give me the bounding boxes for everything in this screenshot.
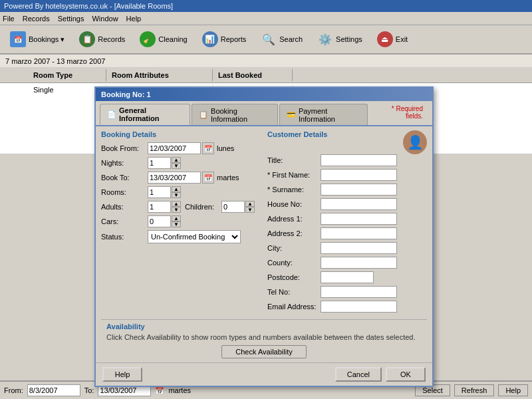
cust-county-label: County: (267, 259, 321, 267)
search-button[interactable]: 🔍 Search (255, 29, 309, 50)
tab-booking-label: Booking Information (211, 107, 271, 123)
cleaning-button[interactable]: 🧹 Cleaning (134, 29, 193, 50)
help-status-button[interactable]: Help (498, 384, 528, 396)
records-label: Records (98, 35, 125, 43)
availability-title: Availability (106, 323, 422, 331)
cust-tel-input[interactable] (321, 286, 397, 298)
menu-window[interactable]: Window (92, 15, 118, 23)
status-select[interactable]: Un-Confirmed Booking Confirmed Booking C… (148, 230, 241, 243)
book-from-row: Book From: 📅 lunes (101, 142, 261, 154)
cust-addr1-row: Address 1: (267, 213, 427, 225)
rooms-down[interactable]: ▼ (172, 192, 181, 198)
nights-down[interactable]: ▼ (172, 163, 181, 169)
cust-houseno-label: House No: (267, 200, 321, 208)
cust-addr2-input[interactable] (321, 227, 397, 239)
tab-general[interactable]: 📄 General Information (100, 104, 190, 125)
exit-button[interactable]: ⏏ Exit (371, 29, 414, 50)
customer-section-title: Customer Details (267, 130, 327, 138)
required-note: * Required fields. (370, 104, 428, 125)
dialog-footer: Help Cancel OK (96, 362, 432, 386)
refresh-button[interactable]: Refresh (454, 384, 495, 396)
records-icon: 📋 (79, 31, 95, 47)
cell-room-type: Single (0, 84, 106, 95)
tab-booking[interactable]: 📋 Booking Information (192, 104, 278, 125)
settings-label: Settings (336, 35, 362, 43)
cars-up[interactable]: ▲ (172, 215, 181, 221)
book-to-day: martes (217, 174, 239, 182)
cust-houseno-row: House No: (267, 198, 427, 210)
customer-section: Customer Details 👤 Title: * First Name: … (267, 130, 427, 315)
rooms-up[interactable]: ▲ (172, 186, 181, 192)
title-bar: Powered By hotelsystems.co.uk - [Availab… (0, 0, 532, 12)
cust-email-row: Email Address: (267, 301, 427, 313)
cust-email-input[interactable] (321, 301, 397, 313)
nights-input[interactable] (148, 157, 171, 169)
menu-bar: File Records Settings Window Help (0, 12, 532, 25)
cust-county-row: County: (267, 257, 427, 269)
tab-payment[interactable]: 💳 Payment Information (279, 104, 368, 125)
menu-settings[interactable]: Settings (58, 15, 84, 23)
cars-input[interactable] (148, 215, 171, 227)
cust-title-label: Title: (267, 156, 321, 164)
status-row: Status: Un-Confirmed Booking Confirmed B… (101, 230, 261, 243)
reports-icon: 📊 (202, 31, 218, 47)
ok-button[interactable]: OK (386, 367, 426, 382)
book-to-input[interactable] (148, 172, 201, 184)
cust-firstname-row: * First Name: (267, 169, 427, 181)
cust-addr1-label: Address 1: (267, 215, 321, 223)
col-last-booked: Last Booked (213, 69, 293, 81)
rooms-input[interactable] (148, 186, 171, 198)
cust-postcode-input[interactable] (321, 271, 374, 283)
cust-addr1-input[interactable] (321, 213, 397, 225)
settings-button[interactable]: ⚙️ Settings (311, 29, 368, 50)
children-down[interactable]: ▼ (245, 207, 255, 213)
tab-general-label: General Information (119, 106, 183, 122)
cust-firstname-input[interactable] (321, 169, 397, 181)
help-button[interactable]: Help (102, 367, 142, 382)
title-bar-text: Powered By hotelsystems.co.uk - [Availab… (4, 2, 173, 10)
book-to-calendar[interactable]: 📅 (202, 172, 214, 184)
booking-section: Booking Details Book From: 📅 lunes Night… (101, 130, 261, 315)
bookings-icon: 📅 (10, 31, 26, 47)
cust-city-input[interactable] (321, 242, 397, 254)
cust-title-input[interactable] (321, 154, 397, 166)
cust-postcode-label: Postcode: (267, 273, 321, 281)
bookings-label: Bookings ▾ (29, 35, 65, 44)
availability-text: Click Check Availability to show room ty… (106, 333, 422, 341)
book-from-input[interactable] (148, 142, 201, 154)
cust-houseno-input[interactable] (321, 198, 397, 210)
adults-children-row: Adults: ▲ ▼ Children: ▲ ▼ (101, 201, 261, 213)
menu-records[interactable]: Records (23, 15, 50, 23)
children-input[interactable] (221, 201, 245, 213)
cust-surname-label: * Surname: (267, 186, 321, 194)
children-up[interactable]: ▲ (245, 201, 255, 207)
app-window: Powered By hotelsystems.co.uk - [Availab… (0, 0, 532, 399)
nights-up[interactable]: ▲ (172, 157, 181, 163)
cars-down[interactable]: ▼ (172, 221, 181, 227)
cust-county-input[interactable] (321, 257, 397, 269)
dialog-body: Booking Details Book From: 📅 lunes Night… (96, 126, 432, 319)
cleaning-label: Cleaning (158, 35, 187, 43)
book-from-calendar[interactable]: 📅 (202, 142, 214, 154)
cancel-button[interactable]: Cancel (335, 367, 382, 382)
check-availability-button[interactable]: Check Availability (221, 345, 306, 358)
date-range: 7 marzo 2007 - 13 marzo 2007 (5, 57, 105, 65)
adults-up[interactable]: ▲ (172, 201, 181, 207)
booking-tab-icon: 📋 (199, 110, 208, 119)
cust-surname-input[interactable] (321, 184, 397, 196)
menu-file[interactable]: File (3, 15, 15, 23)
book-to-label: Book To: (101, 174, 148, 182)
cleaning-icon: 🧹 (140, 31, 156, 47)
to-label: To: (84, 386, 94, 394)
book-from-day: lunes (217, 144, 234, 152)
adults-input[interactable] (148, 201, 171, 213)
adults-down[interactable]: ▼ (172, 207, 181, 213)
calendar-icon: 📅 (155, 386, 164, 395)
menu-help[interactable]: Help (126, 15, 142, 23)
cust-surname-row: * Surname: (267, 184, 427, 196)
records-button[interactable]: 📋 Records (73, 29, 131, 50)
from-date-input[interactable] (27, 384, 80, 396)
reports-button[interactable]: 📊 Reports (196, 29, 253, 50)
bookings-button[interactable]: 📅 Bookings ▾ (4, 29, 70, 50)
nights-row: Nights: ▲ ▼ (101, 157, 261, 169)
